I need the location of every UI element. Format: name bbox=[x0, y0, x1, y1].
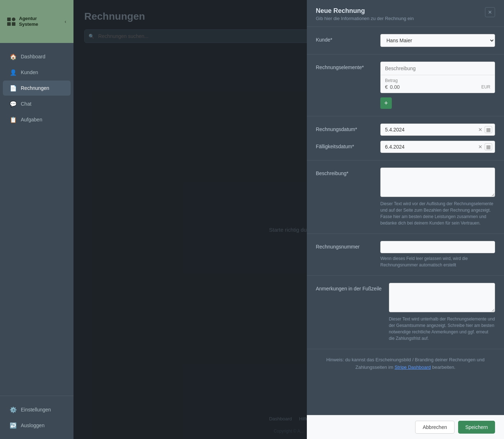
form-section-kunde: Kunde* Hans Maier Max Mustermann bbox=[307, 27, 504, 54]
ausloggen-icon: ↩️ bbox=[10, 422, 16, 429]
sidebar: Agentur Systeme ‹ 🏠 Dashboard 👤 Kunden 📄… bbox=[0, 0, 73, 439]
sidebar-item-chat[interactable]: 💬 Chat bbox=[3, 96, 71, 111]
chat-icon: 💬 bbox=[10, 101, 16, 107]
sidebar-item-aufgaben[interactable]: 📋 Aufgaben bbox=[3, 112, 71, 127]
cancel-button[interactable]: Abbrechen bbox=[415, 421, 455, 434]
form-section-rechnungselemente: Rechnungselemente* Betrag € EUR bbox=[307, 54, 504, 116]
rechnungsnummer-hint: Wenn dieses Feld leer gelassen wird, wir… bbox=[380, 255, 495, 268]
rechnungselemente-control: Betrag € EUR + bbox=[380, 62, 495, 109]
beschreibung-hint: Dieser Text wird vor der Auflistung der … bbox=[380, 201, 495, 226]
rechnungsnummer-input[interactable] bbox=[380, 241, 495, 253]
sidebar-item-kunden[interactable]: 👤 Kunden bbox=[3, 65, 71, 80]
save-button[interactable]: Speichern bbox=[458, 421, 495, 434]
form-row-rechnungselemente: Rechnungselemente* Betrag € EUR bbox=[316, 62, 495, 109]
rechnungsdatum-control: ✕ ▦ bbox=[380, 124, 495, 136]
dashboard-icon: 🏠 bbox=[10, 53, 16, 60]
betrag-input[interactable] bbox=[390, 84, 479, 90]
form-row-kunde: Kunde* Hans Maier Max Mustermann bbox=[316, 34, 495, 47]
rechnungsnummer-control: Wenn dieses Feld leer gelassen wird, wir… bbox=[380, 241, 495, 268]
collapse-sidebar-button[interactable]: ‹ bbox=[65, 19, 66, 24]
sidebar-footer: ⚙️ Einstellungen ↩️ Ausloggen bbox=[0, 396, 73, 439]
form-row-beschreibung: Beschreibung* Dieser Text wird vor der A… bbox=[316, 168, 495, 226]
sidebar-item-label: Kunden bbox=[21, 69, 38, 75]
anmerkungen-textarea[interactable] bbox=[389, 283, 495, 312]
sidebar-item-label: Einstellungen bbox=[21, 407, 51, 413]
sidebar-item-label: Rechnungen bbox=[21, 85, 49, 91]
aufgaben-icon: 📋 bbox=[10, 116, 16, 123]
date-input-wrap-rechnungsdatum: ✕ ▦ bbox=[380, 124, 495, 136]
sidebar-item-label: Ausloggen bbox=[21, 423, 44, 428]
beschreibung-control: Dieser Text wird vor der Auflistung der … bbox=[380, 168, 495, 226]
hinweis-end: bearbeiten. bbox=[431, 365, 456, 370]
sidebar-nav: 🏠 Dashboard 👤 Kunden 📄 Rechnungen 💬 Chat… bbox=[0, 43, 73, 396]
sidebar-logo: Agentur Systeme ‹ bbox=[0, 0, 73, 43]
stripe-dashboard-link[interactable]: Stripe Dashboard bbox=[395, 365, 431, 370]
faelligkeitsdatum-control: ✕ ▦ bbox=[380, 141, 495, 153]
close-modal-button[interactable]: ✕ bbox=[485, 7, 495, 17]
logo-icon bbox=[7, 18, 15, 26]
amount-input-wrap: € EUR bbox=[385, 84, 490, 90]
beschreibung-section-label: Beschreibung* bbox=[316, 168, 373, 176]
kunde-control: Hans Maier Max Mustermann bbox=[380, 34, 495, 47]
modal-body: Kunde* Hans Maier Max Mustermann Rechnun… bbox=[307, 27, 504, 415]
date-icons-rechnungsdatum: ✕ ▦ bbox=[478, 126, 492, 133]
sidebar-item-label: Chat bbox=[21, 101, 32, 107]
date-calendar-faelligkeitsdatum[interactable]: ▦ bbox=[485, 143, 492, 150]
neue-rechnung-modal: Neue Rechnung Gib hier die Informationen… bbox=[307, 0, 504, 439]
modal-title-group: Neue Rechnung Gib hier die Informationen… bbox=[316, 7, 414, 21]
anmerkungen-control: Dieser Text wird unterhalb der Rechnungs… bbox=[389, 283, 495, 342]
anmerkungen-hint: Dieser Text wird unterhalb der Rechnungs… bbox=[389, 316, 495, 342]
faelligkeitsdatum-input[interactable] bbox=[380, 141, 495, 153]
faelligkeitsdatum-label: Fälligkeitsdatum* bbox=[316, 141, 373, 149]
form-row-rechnungsnummer: Rechnungsnummer Wenn dieses Feld leer ge… bbox=[316, 241, 495, 268]
rechnungen-icon: 📄 bbox=[10, 85, 16, 91]
modal-title: Neue Rechnung bbox=[316, 7, 414, 15]
kunde-label: Kunde* bbox=[316, 34, 373, 43]
betrag-label: Betrag bbox=[385, 78, 490, 83]
hinweis-section: Hinweis: du kannst das Erscheinungsbild … bbox=[307, 349, 504, 378]
form-row-faelligkeitsdatum: Fälligkeitsdatum* ✕ ▦ bbox=[316, 141, 495, 153]
kunden-icon: 👤 bbox=[10, 69, 16, 76]
beschreibung-textarea[interactable] bbox=[380, 168, 495, 197]
rechnungsdatum-input[interactable] bbox=[380, 124, 495, 136]
rechnungsdatum-label: Rechnungsdatum* bbox=[316, 124, 373, 132]
modal-subtitle: Gib hier die Informationen zu der Rechnu… bbox=[316, 16, 414, 21]
date-input-wrap-faelligkeitsdatum: ✕ ▦ bbox=[380, 141, 495, 153]
sidebar-item-dashboard[interactable]: 🏠 Dashboard bbox=[3, 49, 71, 64]
sidebar-item-label: Aufgaben bbox=[21, 117, 42, 122]
einstellungen-icon: ⚙️ bbox=[10, 406, 16, 413]
form-row-rechnungsdatum: Rechnungsdatum* ✕ ▦ bbox=[316, 124, 495, 136]
kunde-select[interactable]: Hans Maier Max Mustermann bbox=[380, 34, 495, 47]
logo-text: Agentur Systeme bbox=[19, 16, 38, 27]
anmerkungen-label: Anmerkungen in der Fußzeile bbox=[316, 283, 382, 291]
form-section-anmerkungen: Anmerkungen in der Fußzeile Dieser Text … bbox=[307, 276, 504, 349]
rechnungselemente-label: Rechnungselemente* bbox=[316, 62, 373, 70]
date-clear-faelligkeitsdatum[interactable]: ✕ bbox=[478, 144, 482, 150]
sidebar-item-einstellungen[interactable]: ⚙️ Einstellungen bbox=[3, 402, 71, 417]
date-clear-rechnungsdatum[interactable]: ✕ bbox=[478, 127, 482, 132]
date-calendar-rechnungsdatum[interactable]: ▦ bbox=[485, 126, 492, 133]
form-section-rechnungsnummer: Rechnungsnummer Wenn dieses Feld leer ge… bbox=[307, 234, 504, 276]
sidebar-item-ausloggen[interactable]: ↩️ Ausloggen bbox=[3, 418, 71, 433]
form-section-rechnungsdatum: Rechnungsdatum* ✕ ▦ Fälligkeitsdatum* bbox=[307, 116, 504, 160]
date-icons-faelligkeitsdatum: ✕ ▦ bbox=[478, 143, 492, 150]
form-row-anmerkungen: Anmerkungen in der Fußzeile Dieser Text … bbox=[316, 283, 495, 342]
amount-wrap: Betrag € EUR bbox=[385, 78, 490, 90]
invoice-items-area: Betrag € EUR bbox=[380, 62, 495, 93]
logo-content: Agentur Systeme bbox=[7, 16, 38, 27]
form-section-beschreibung: Beschreibung* Dieser Text wird vor der A… bbox=[307, 160, 504, 234]
modal-footer: Abbrechen Speichern bbox=[307, 415, 504, 439]
sidebar-item-rechnungen[interactable]: 📄 Rechnungen bbox=[3, 81, 71, 96]
modal-header: Neue Rechnung Gib hier die Informationen… bbox=[307, 0, 504, 27]
eur-label: EUR bbox=[481, 85, 490, 90]
item-description-input[interactable] bbox=[381, 62, 495, 75]
rechnungsnummer-label: Rechnungsnummer bbox=[316, 241, 373, 250]
sidebar-item-label: Dashboard bbox=[21, 54, 46, 59]
euro-sign: € bbox=[385, 84, 388, 90]
add-item-button[interactable]: + bbox=[380, 97, 392, 109]
item-amount-row: Betrag € EUR bbox=[381, 75, 495, 93]
